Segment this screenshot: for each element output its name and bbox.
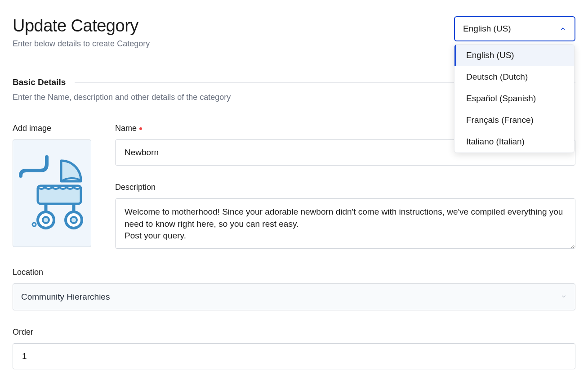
language-dropdown: English (US) Deutsch (Dutch) Español (Sp… bbox=[454, 44, 575, 153]
language-option[interactable]: Français (France) bbox=[454, 109, 574, 131]
language-option[interactable]: English (US) bbox=[454, 45, 574, 66]
required-indicator-icon bbox=[139, 127, 142, 130]
order-input[interactable] bbox=[13, 343, 575, 369]
location-value: Community Hierarchies bbox=[21, 292, 110, 302]
chevron-up-icon bbox=[559, 25, 566, 32]
svg-point-4 bbox=[43, 217, 49, 223]
name-label: Name bbox=[115, 124, 137, 133]
language-option[interactable]: Italiano (Italian) bbox=[454, 131, 574, 153]
language-option[interactable]: Español (Spanish) bbox=[454, 88, 574, 109]
description-label: Description bbox=[115, 183, 575, 192]
page-title: Update Category bbox=[13, 16, 150, 36]
description-textarea[interactable] bbox=[115, 198, 575, 249]
stroller-icon bbox=[16, 154, 88, 233]
order-label: Order bbox=[13, 328, 575, 337]
page-subtitle: Enter below details to create Category bbox=[13, 39, 150, 49]
language-selected-label: English (US) bbox=[463, 24, 511, 34]
add-image-label: Add image bbox=[13, 124, 102, 133]
section-title: Basic Details bbox=[13, 77, 66, 87]
language-select[interactable]: English (US) bbox=[454, 16, 575, 41]
location-label: Location bbox=[13, 268, 575, 277]
svg-point-7 bbox=[32, 223, 36, 226]
language-option[interactable]: Deutsch (Dutch) bbox=[454, 66, 574, 88]
svg-point-6 bbox=[71, 217, 77, 223]
image-upload-box[interactable] bbox=[13, 139, 91, 247]
location-select[interactable]: Community Hierarchies bbox=[13, 283, 575, 310]
chevron-down-icon bbox=[561, 292, 567, 302]
